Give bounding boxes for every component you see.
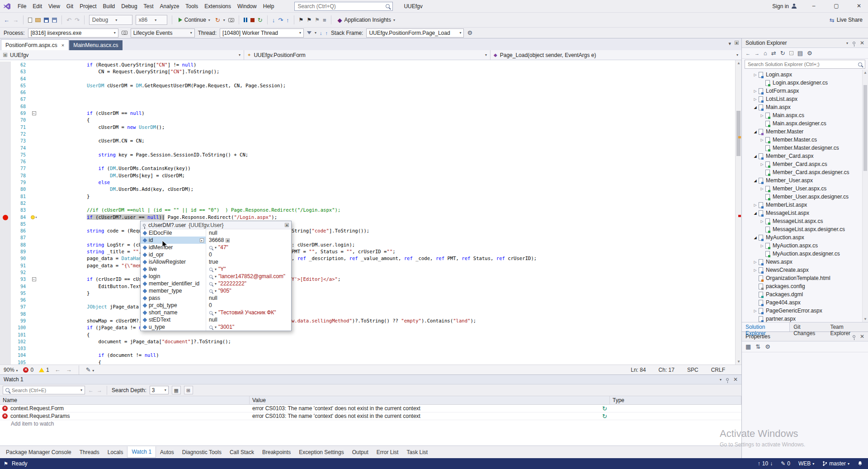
breakpoint-margin[interactable] bbox=[0, 276, 11, 283]
filter-dropdown-icon[interactable]: ▾ bbox=[315, 31, 316, 35]
breakpoint-margin[interactable] bbox=[0, 200, 11, 207]
menu-help[interactable]: Help bbox=[260, 1, 278, 11]
breakpoint-margin[interactable] bbox=[0, 311, 11, 317]
outgoing-commits[interactable]: ↑10↓ bbox=[758, 460, 773, 467]
fold-margin[interactable]: ▾ bbox=[27, 214, 41, 221]
fold-margin[interactable] bbox=[27, 234, 41, 241]
add-watch-row[interactable]: Add item to watch bbox=[0, 420, 741, 428]
datatip-member-name[interactable]: pass bbox=[141, 294, 206, 302]
breakpoint-margin[interactable] bbox=[0, 352, 11, 359]
property-pages-icon[interactable]: ⚙ bbox=[765, 343, 770, 350]
breakpoint-margin[interactable] bbox=[0, 89, 11, 96]
branch-selector[interactable]: master▾ bbox=[822, 460, 849, 467]
datatip-member-value[interactable]: ▾"905" bbox=[206, 288, 291, 294]
breakpoint-margin[interactable] bbox=[0, 103, 11, 110]
text-visualizer-icon[interactable] bbox=[209, 246, 212, 249]
code-text[interactable]: document = jPage_data["document"]?.ToStr… bbox=[41, 338, 741, 345]
fold-margin[interactable] bbox=[27, 311, 41, 317]
breakpoint-margin[interactable] bbox=[0, 207, 11, 213]
se-switch-views-icon[interactable]: ⇄ bbox=[771, 50, 776, 57]
expand-icon[interactable]: ▷ bbox=[759, 162, 765, 166]
collapse-icon[interactable]: ◢ bbox=[752, 154, 758, 158]
nav-forward-small-icon[interactable]: → bbox=[66, 366, 72, 373]
breakpoint-margin[interactable] bbox=[0, 332, 11, 338]
datatip-member-name[interactable]: short_name bbox=[141, 309, 206, 316]
breakpoint-margin[interactable] bbox=[0, 158, 11, 165]
tool-tab-package-manager-console[interactable]: Package Manager Console bbox=[2, 447, 75, 458]
watch-value-cell[interactable]: error CS0103: The name 'context' does no… bbox=[250, 413, 610, 419]
tree-item[interactable]: ◢MessageList.aspx bbox=[742, 209, 868, 217]
tree-item[interactable]: MyAuction.aspx.designer.cs bbox=[742, 250, 868, 258]
collapse-icon[interactable]: ◢ bbox=[752, 105, 758, 109]
datatip-member-name[interactable]: ElDocFile bbox=[141, 229, 206, 237]
expand-row-icon[interactable]: ▸ bbox=[200, 238, 204, 242]
datatip-member-name[interactable]: u_type bbox=[141, 323, 206, 331]
break-all-icon[interactable] bbox=[244, 18, 247, 22]
code-text[interactable]: string key = Page.Session.SessionID.ToSt… bbox=[41, 152, 741, 158]
breakpoint-margin[interactable] bbox=[0, 96, 11, 103]
float-window-icon[interactable]: ▣ bbox=[735, 41, 739, 45]
project-dropdown[interactable]: ▦ UUEfgv▾ bbox=[0, 50, 244, 60]
tree-item[interactable]: ▷MemberList.aspx bbox=[742, 201, 868, 209]
visualizer-dropdown-icon[interactable]: ▾ bbox=[215, 325, 217, 329]
menu-window[interactable]: Window bbox=[234, 1, 260, 11]
datatip-member-value[interactable]: null bbox=[206, 230, 291, 236]
solution-configuration-dropdown[interactable]: Debug▾ bbox=[89, 15, 132, 25]
datatip-member-row[interactable]: member_identifier_id▾"22222222" bbox=[141, 280, 291, 287]
repository-selector[interactable]: WEB▾ bbox=[798, 460, 814, 467]
fold-margin[interactable] bbox=[27, 145, 41, 152]
collapse-region-icon[interactable]: − bbox=[32, 277, 36, 281]
datatip-member-row[interactable]: u_type▾"3001" bbox=[141, 323, 291, 331]
expand-icon[interactable]: ▷ bbox=[759, 244, 765, 248]
undo-icon[interactable]: ↶ bbox=[66, 17, 71, 24]
stop-debugging-icon[interactable] bbox=[250, 18, 255, 22]
code-text[interactable] bbox=[41, 200, 741, 207]
tree-item[interactable]: ▷PageGenericError.aspx bbox=[742, 307, 868, 315]
tree-item[interactable]: Packages.dgml bbox=[742, 290, 868, 298]
fold-margin[interactable] bbox=[27, 345, 41, 352]
menu-tools[interactable]: Tools bbox=[182, 1, 201, 11]
breakpoint-margin[interactable] bbox=[0, 82, 11, 89]
datatip-member-value[interactable]: 0 bbox=[206, 251, 291, 258]
datatip-member-name[interactable]: pr_obj_type bbox=[141, 302, 206, 309]
tool-tab-diagnostic-tools[interactable]: Diagnostic Tools bbox=[178, 447, 226, 458]
process-dropdown[interactable]: [8316] iisexpress.exe▾ bbox=[28, 28, 118, 38]
breakpoint-margin[interactable] bbox=[0, 227, 11, 234]
watch-search-input[interactable] bbox=[12, 388, 78, 393]
breakpoint-margin[interactable] bbox=[0, 234, 11, 241]
fold-margin[interactable] bbox=[27, 359, 41, 365]
text-visualizer-icon[interactable] bbox=[209, 282, 212, 285]
code-text[interactable]: if (cUserDM == null) bbox=[41, 110, 741, 117]
fold-margin[interactable] bbox=[27, 96, 41, 103]
tree-item[interactable]: ◢Member.Master bbox=[742, 128, 868, 136]
column-name[interactable]: Name bbox=[0, 396, 250, 405]
code-text[interactable]: } bbox=[41, 193, 741, 200]
tree-item[interactable]: ▷LotsList.aspx bbox=[742, 95, 868, 103]
se-home-icon[interactable]: ⌂ bbox=[764, 50, 767, 57]
fold-margin[interactable] bbox=[27, 200, 41, 207]
categorized-icon[interactable]: ▦ bbox=[745, 343, 751, 350]
breakpoint-margin[interactable] bbox=[0, 179, 11, 186]
se-scroll-down-icon[interactable]: ▼ bbox=[863, 317, 867, 321]
se-refresh-icon[interactable]: ↻ bbox=[780, 50, 785, 57]
tree-item[interactable]: ▷NewsCreate.aspx bbox=[742, 266, 868, 274]
fold-margin[interactable] bbox=[27, 158, 41, 165]
visualizer-dropdown-icon[interactable]: ▾ bbox=[215, 282, 217, 286]
watch-name-cell[interactable]: ✕context.Request.Form bbox=[0, 405, 250, 412]
code-text[interactable] bbox=[41, 103, 741, 110]
expand-icon[interactable]: ▷ bbox=[759, 114, 765, 118]
maximize-button[interactable]: ▢ bbox=[827, 0, 845, 12]
datatip-member-row[interactable]: id_opr0 bbox=[141, 251, 291, 258]
pin-to-source-icon[interactable]: ▣ bbox=[285, 223, 289, 227]
tree-item[interactable]: MessageList.aspx.designer.cs bbox=[742, 225, 868, 233]
tree-item[interactable]: ◢Member_Card.aspx bbox=[742, 152, 868, 160]
save-icon[interactable] bbox=[44, 18, 49, 23]
expand-icon[interactable]: ▷ bbox=[752, 268, 758, 272]
code-text[interactable]: cUserDM = new UserDM(); bbox=[41, 124, 741, 131]
breakpoint-margin[interactable] bbox=[0, 62, 11, 68]
breakpoint-margin[interactable] bbox=[0, 303, 11, 310]
tool-tab-autos[interactable]: Autos bbox=[156, 447, 178, 458]
code-text[interactable]: UserDM cUserDM = DM.GetRequestUserDM(Pag… bbox=[41, 82, 741, 89]
menu-debug[interactable]: Debug bbox=[118, 1, 140, 11]
editor-vertical-scrollbar[interactable]: ▲ ▼ bbox=[735, 60, 741, 365]
